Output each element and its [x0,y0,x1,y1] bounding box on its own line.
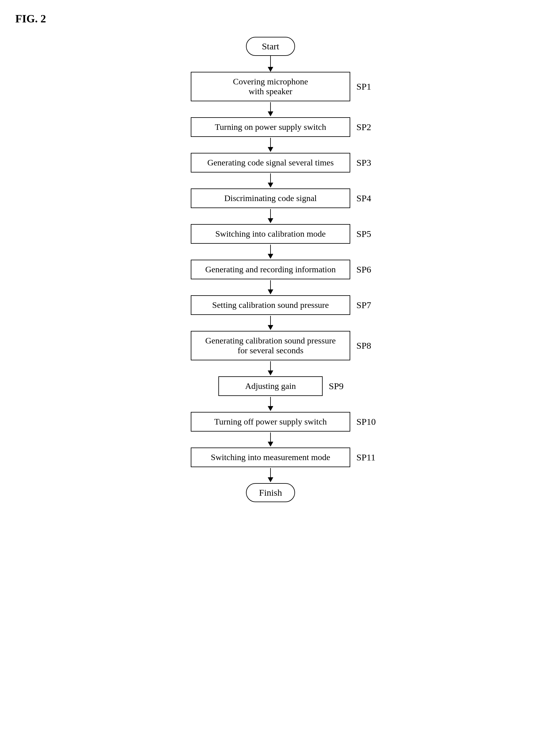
step-sp7: Setting calibration sound pressure [191,295,350,315]
step-sp7-row: Setting calibration sound pressure SP7 [191,295,350,315]
step-sp5-row: Switching into calibration mode SP5 [191,224,350,244]
flowchart: Start Covering microphone with speaker S… [0,0,541,502]
finish-node: Finish [246,483,295,502]
arrow-0 [268,56,273,72]
label-sp5: SP5 [356,229,371,239]
label-sp9: SP9 [329,381,343,391]
arrow-7 [268,315,273,331]
step-sp11: Switching into measurement mode [191,448,350,467]
step-sp11-row: Switching into measurement mode SP11 [191,448,350,467]
step-sp6: Generating and recording information [191,260,350,279]
arrow-11 [268,467,273,483]
step-sp4-row: Discriminating code signal SP4 [191,188,350,208]
label-sp6: SP6 [356,264,371,275]
label-sp11: SP11 [356,452,375,463]
arrow-4 [268,208,273,224]
arrow-2 [268,137,273,153]
figure-label: FIG. 2 [15,12,46,25]
step-sp4: Discriminating code signal [191,188,350,208]
step-sp3: Generating code signal several times [191,153,350,173]
finish-terminal: Finish [246,483,295,502]
arrow-8 [268,360,273,376]
label-sp4: SP4 [356,193,371,204]
arrow-5 [268,244,273,260]
label-sp3: SP3 [356,157,371,168]
step-sp9-row: Adjusting gain SP9 [218,376,323,396]
arrow-3 [268,173,273,188]
step-sp1: Covering microphone with speaker [191,72,350,101]
step-sp5: Switching into calibration mode [191,224,350,244]
label-sp2: SP2 [356,122,371,132]
step-sp2: Turning on power supply switch [191,117,350,137]
step-sp2-row: Turning on power supply switch SP2 [191,117,350,137]
arrow-1 [268,101,273,117]
label-sp7: SP7 [356,300,371,310]
arrow-10 [268,432,273,448]
step-sp1-row: Covering microphone with speaker SP1 [191,72,350,101]
step-sp8-row: Generating calibration sound pressure fo… [191,331,350,360]
label-sp1: SP1 [356,81,371,92]
arrow-6 [268,279,273,295]
step-sp8: Generating calibration sound pressure fo… [191,331,350,360]
step-sp9: Adjusting gain [218,376,323,396]
label-sp10: SP10 [356,417,376,427]
arrow-9 [268,396,273,412]
step-sp10-row: Turning off power supply switch SP10 [191,412,350,432]
step-sp3-row: Generating code signal several times SP3 [191,153,350,173]
label-sp8: SP8 [356,340,371,351]
step-sp10: Turning off power supply switch [191,412,350,432]
start-node: Start [246,37,295,56]
step-sp6-row: Generating and recording information SP6 [191,260,350,279]
start-terminal: Start [246,37,295,56]
